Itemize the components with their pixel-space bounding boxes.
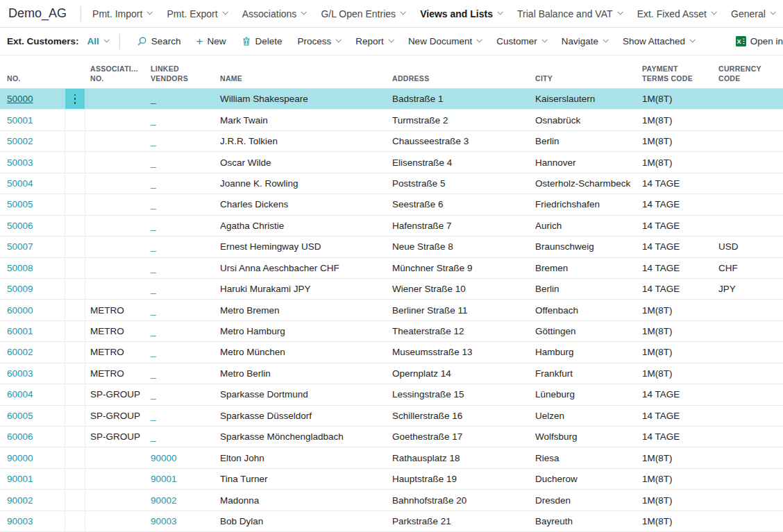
table-row[interactable]: 60001 METRO _ Metro Hamburg Theaterstraß… [0,321,783,342]
linked-vendors-link[interactable]: _ [151,178,156,189]
column-header-no[interactable]: NO. [0,74,65,88]
customer-no-link[interactable]: 50000 [7,94,33,104]
linked-vendors-link[interactable]: 90003 [151,516,177,526]
column-header-city[interactable]: CITY [530,74,637,88]
linked-vendors-link[interactable]: _ [151,347,156,357]
column-header-linked-vendors[interactable]: LINKED VENDORS [146,64,215,88]
customer-no-link[interactable]: 60003 [7,368,33,379]
nav-item-pmt-export[interactable]: Pmt. Export [166,7,228,21]
currency-code-cell: USD [714,237,783,257]
city-cell: Wolfsburg [530,427,637,447]
customer-no-link[interactable]: 60002 [7,347,33,357]
chevron-down-icon [401,9,406,15]
customer-no-link[interactable]: 50004 [7,178,33,189]
linked-vendors-link[interactable]: _ [151,305,156,316]
company-brand[interactable]: Demo_AG [6,6,69,21]
customer-no-link[interactable]: 50002 [7,136,33,146]
linked-vendors-link[interactable]: _ [151,221,156,231]
nav-item-general[interactable]: General [730,7,776,21]
linked-vendors-link[interactable]: _ [151,368,156,379]
table-row[interactable]: 50003 _ Oscar Wilde Elisenstraße 4 Hanno… [0,152,783,173]
linked-vendors-link[interactable]: _ [151,136,156,146]
search-button[interactable]: Search [131,33,187,50]
customer-no-link[interactable]: 60005 [7,411,33,421]
table-row[interactable]: 50000 _ William Shakespeare Badstraße 1 … [0,89,783,110]
city-cell: Berlin [530,279,637,299]
table-row[interactable]: 50008 _ Ursi Anna Aeschbacher CHF Münchn… [0,258,783,279]
nav-item-views-and-lists[interactable]: Views and Lists [419,7,503,21]
column-header-payment-terms[interactable]: PAYMENT TERMS CODE [637,64,714,88]
linked-vendors-link[interactable]: _ [151,263,156,273]
customer-no-link[interactable]: 50005 [7,199,33,209]
customer-no-link[interactable]: 60006 [7,431,33,442]
nav-item-pmt-import[interactable]: Pmt. Import [91,7,153,21]
table-row[interactable]: 60002 METRO _ Metro München Museumsstraß… [0,342,783,363]
table-row[interactable]: 60006 SP-GROUP _ Sparkasse Mönchengladba… [0,427,783,447]
new-button[interactable]: +New [191,33,232,50]
customer-no-link[interactable]: 50009 [7,284,33,294]
column-header-name[interactable]: NAME [215,74,387,88]
open-in-excel-button[interactable]: X Open in [730,33,783,50]
name-cell: Metro Bremen [215,300,387,320]
linked-vendors-link[interactable]: _ [151,411,156,421]
table-row[interactable]: 90002 90002 Madonna Bahnhofstraße 20 Dre… [0,490,783,510]
process-menu[interactable]: Process [292,33,346,50]
customer-no-link[interactable]: 90002 [7,495,33,506]
table-row[interactable]: 50005 _ Charles Dickens Seestraße 6 Frie… [0,194,783,215]
nav-item-associations[interactable]: Associations [241,7,308,21]
table-row[interactable]: 60003 METRO _ Metro Berlin Opernplatz 14… [0,363,783,384]
linked-vendors-link[interactable]: 90001 [151,474,177,484]
table-row[interactable]: 50001 _ Mark Twain Turmstraße 2 Osnabrüc… [0,110,783,130]
linked-vendors-link[interactable]: _ [151,94,156,104]
linked-vendors-link[interactable]: _ [151,284,156,294]
customer-no-link[interactable]: 50003 [7,157,33,168]
customer-no-link[interactable]: 50006 [7,221,33,231]
new-document-menu[interactable]: New Document [403,33,487,50]
name-cell: Ursi Anna Aeschbacher CHF [215,258,387,278]
table-row[interactable]: 50002 _ J.R.R. Tolkien Chausseestraße 3 … [0,131,783,152]
navigate-menu[interactable]: Navigate [556,33,613,50]
table-row[interactable]: 50006 _ Agatha Christie Hafenstraße 7 Au… [0,216,783,237]
customer-menu[interactable]: Customer [491,33,552,50]
linked-vendors-link[interactable]: _ [151,241,156,252]
column-header-address[interactable]: ADDRESS [387,74,530,88]
customer-no-link[interactable]: 90000 [7,453,33,463]
table-row[interactable]: 60004 SP-GROUP _ Sparkasse Dortmund Less… [0,384,783,405]
linked-vendors-link[interactable]: _ [151,389,156,400]
row-handle-cell [65,511,85,531]
linked-vendors-link[interactable]: _ [151,157,156,168]
table-row[interactable]: 90001 90001 Tina Turner Hauptstraße 19 D… [0,469,783,490]
linked-vendors-link[interactable]: _ [151,431,156,442]
table-row[interactable]: 50007 _ Ernest Hemingway USD Neue Straße… [0,237,783,257]
customer-no-link[interactable]: 90003 [7,516,33,526]
customer-no-link[interactable]: 60000 [7,305,33,316]
nav-item-trial-balance-vat[interactable]: Trial Balance and VAT [516,7,623,21]
row-ellipsis-button[interactable] [65,89,85,109]
table-row[interactable]: 90003 90003 Bob Dylan Parkstraße 21 Bayr… [0,511,783,532]
view-filter-dropdown[interactable]: All [87,36,108,46]
linked-vendors-link[interactable]: 90002 [151,495,177,506]
linked-vendors-link[interactable]: 90000 [151,453,177,463]
nav-item-gl-open-entries[interactable]: G/L Open Entries [319,7,406,21]
linked-vendors-link[interactable]: _ [151,115,156,126]
linked-vendors-link[interactable]: _ [151,199,156,209]
customer-no-link[interactable]: 60004 [7,389,33,400]
customer-no-link[interactable]: 60001 [7,326,33,336]
customer-no-link[interactable]: 50001 [7,115,33,126]
table-row[interactable]: 90000 90000 Elton John Rathausplatz 18 R… [0,447,783,468]
table-row[interactable]: 60000 METRO _ Metro Bremen Berliner Stra… [0,300,783,320]
show-attached-menu[interactable]: Show Attached [617,33,700,50]
delete-button[interactable]: Delete [236,33,288,50]
report-menu[interactable]: Report [350,33,398,50]
customer-no-link[interactable]: 50008 [7,263,33,273]
customer-no-link[interactable]: 90001 [7,474,33,484]
column-header-association-no[interactable]: ASSOCIATI... NO. [85,64,146,88]
customer-no-link[interactable]: 50007 [7,241,33,252]
column-header-currency-code[interactable]: CURRENCY CODE [714,64,783,88]
linked-vendors-link[interactable]: _ [151,326,156,336]
nav-item-ext-fixed-asset[interactable]: Ext. Fixed Asset [636,7,717,21]
table-row[interactable]: 50004 _ Joanne K. Rowling Poststraße 5 O… [0,173,783,194]
table-row[interactable]: 60005 SP-GROUP _ Sparkasse Düsseldorf Sc… [0,406,783,427]
table-row[interactable]: 50009 _ Haruki Murakami JPY Wiener Straß… [0,279,783,300]
chevron-down-icon [388,37,394,42]
